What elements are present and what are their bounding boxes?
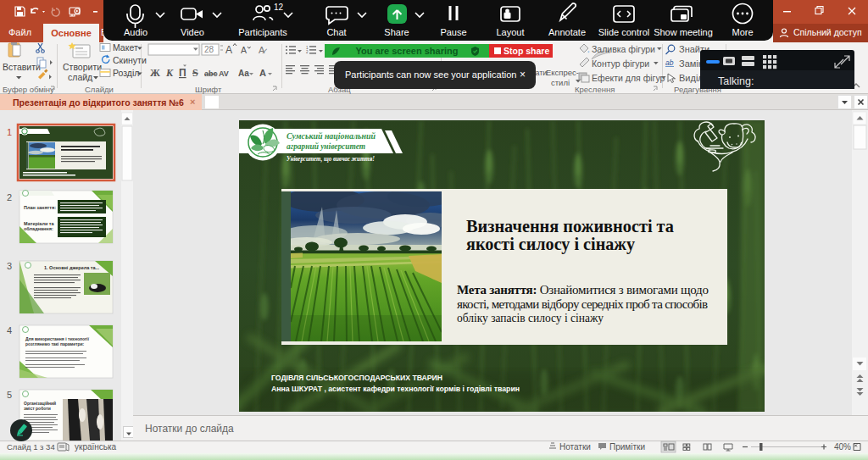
svg-text:зміст роботи: зміст роботи: [24, 406, 51, 411]
svg-text:Контур фігури: Контур фігури: [592, 58, 649, 69]
svg-text:A̷: A̷: [259, 45, 267, 55]
svg-text:A: A: [241, 45, 247, 55]
svg-text:Створити: Створити: [63, 62, 102, 72]
svg-text:План заняття:: План заняття:: [24, 205, 56, 210]
svg-text:Сумський національний: Сумський національний: [287, 131, 376, 141]
svg-text:Розділ: Розділ: [113, 68, 139, 78]
svg-text:4: 4: [7, 325, 12, 335]
svg-text:Креслення: Креслення: [575, 85, 615, 94]
svg-text:Шрифт: Шрифт: [195, 85, 222, 94]
svg-text:1. Основні джерела та...: 1. Основні джерела та...: [44, 265, 100, 270]
svg-text:40%: 40%: [834, 442, 851, 452]
svg-text:Video: Video: [181, 27, 204, 37]
svg-text:Слайди: Слайди: [85, 85, 114, 94]
svg-text:AV: AV: [219, 69, 229, 78]
svg-text:Show meeting: Show meeting: [654, 27, 713, 37]
svg-text:розглянемо такі параметри:: розглянемо такі параметри:: [25, 341, 85, 346]
svg-text:якості силосу і сінажу: якості силосу і сінажу: [466, 234, 635, 254]
svg-text:Макет: Макет: [113, 42, 138, 53]
svg-text:Pause: Pause: [440, 27, 466, 37]
svg-text:ГОДІВЛЯ СІЛЬСЬКОГОСПОДАРСЬКИХ: ГОДІВЛЯ СІЛЬСЬКОГОСПОДАРСЬКИХ ТВАРИН: [271, 373, 442, 382]
svg-text:Примітки: Примітки: [609, 442, 645, 452]
svg-text:2: 2: [306, 50, 309, 54]
svg-text:Вставити: Вставити: [3, 62, 41, 72]
svg-text:1: 1: [7, 127, 12, 137]
svg-text:Нотатки: Нотатки: [559, 442, 591, 452]
svg-text:Скинути: Скинути: [113, 55, 147, 65]
svg-text:Експрес-: Експрес-: [546, 68, 579, 77]
svg-text:Анна ШКУРАТ , асистент кафедри: Анна ШКУРАТ , асистент кафедри технологі…: [271, 384, 520, 393]
svg-text:Layout: Layout: [496, 27, 524, 37]
svg-text:П: П: [179, 67, 186, 79]
svg-text:Chat: Chat: [326, 27, 346, 37]
svg-text:українська: українська: [75, 442, 117, 452]
svg-text:Aa: Aa: [238, 69, 249, 78]
svg-text:Університет, що вивчає життя!: Університет, що вивчає життя!: [287, 155, 375, 163]
svg-text:якості, методами відбору серед: якості, методами відбору середніх проб т…: [457, 297, 708, 311]
svg-text:Annotate: Annotate: [548, 27, 586, 37]
svg-text:слайд: слайд: [68, 72, 92, 82]
svg-text:Ефекти для фігур: Ефекти для фігур: [592, 73, 665, 83]
svg-text:More: More: [732, 27, 753, 37]
svg-text:Share: Share: [384, 27, 409, 37]
svg-text:2: 2: [7, 192, 12, 202]
svg-text:обліку запасів силосу і сінажу: обліку запасів силосу і сінажу: [457, 311, 604, 324]
svg-text:S: S: [192, 67, 198, 79]
svg-text:3: 3: [7, 261, 12, 271]
svg-text:28: 28: [204, 45, 214, 54]
svg-text:обладнання:: обладнання:: [24, 226, 53, 231]
svg-text:стилі: стилі: [551, 78, 570, 87]
svg-text:Audio: Audio: [124, 27, 147, 37]
svg-text:1: 1: [306, 46, 309, 50]
svg-text:Ж: Ж: [150, 67, 160, 79]
svg-text:abc: abc: [204, 69, 218, 78]
svg-text:Буфер обміну: Буфер обміну: [3, 85, 54, 94]
svg-text:Talking:: Talking:: [718, 75, 754, 87]
svg-text:аграрний університет: аграрний університет: [287, 141, 365, 151]
svg-text:Slide control: Slide control: [598, 27, 650, 37]
svg-text:5: 5: [7, 390, 12, 400]
svg-text:Слайд 1 з 34: Слайд 1 з 34: [7, 442, 55, 452]
svg-text:К: К: [165, 67, 174, 79]
svg-text:Participants: Participants: [238, 27, 287, 37]
svg-text:ab: ab: [665, 58, 674, 67]
svg-text:Заливка фігури: Заливка фігури: [592, 44, 655, 54]
svg-text:A: A: [225, 44, 232, 56]
svg-text:12: 12: [274, 3, 284, 12]
svg-text:A: A: [259, 68, 266, 78]
svg-text:Мета заняття: Ознайомитися з в: Мета заняття: Ознайомитися з вимогами що…: [457, 283, 709, 297]
